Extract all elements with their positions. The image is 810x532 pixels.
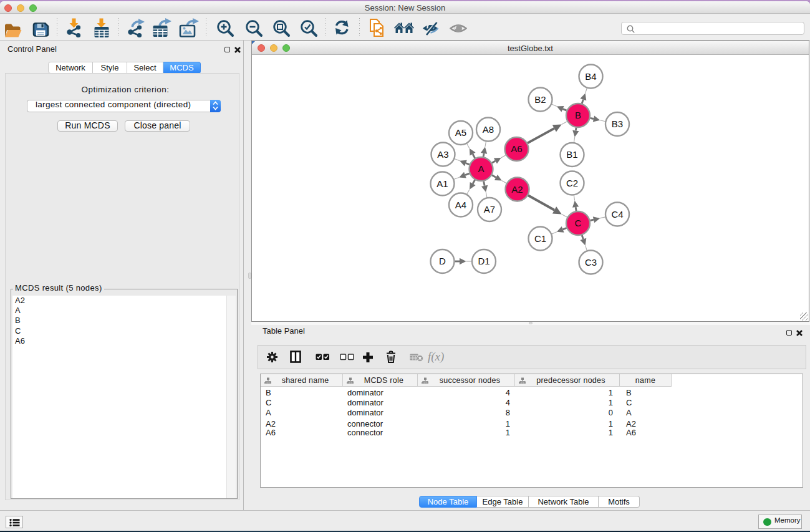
svg-text:D1: D1 [478,256,489,266]
svg-text:A: A [478,163,484,174]
svg-text:A3: A3 [437,149,448,160]
svg-text:A7: A7 [484,204,495,215]
svg-text:A6: A6 [511,143,522,154]
svg-text:C2: C2 [566,178,578,188]
svg-text:A2: A2 [511,184,523,195]
svg-text:D: D [439,256,446,266]
svg-text:A8: A8 [483,124,494,135]
svg-text:B1: B1 [566,149,577,160]
svg-text:A1: A1 [436,178,448,189]
svg-text:B2: B2 [534,94,546,105]
svg-text:A4: A4 [455,200,466,210]
svg-text:B: B [575,110,581,120]
svg-text:C3: C3 [585,257,597,268]
svg-text:B3: B3 [612,118,623,129]
svg-text:C: C [575,218,582,228]
svg-text:C4: C4 [611,209,623,220]
svg-text:C1: C1 [534,233,546,244]
svg-text:B4: B4 [585,71,596,82]
svg-text:A5: A5 [455,127,466,138]
